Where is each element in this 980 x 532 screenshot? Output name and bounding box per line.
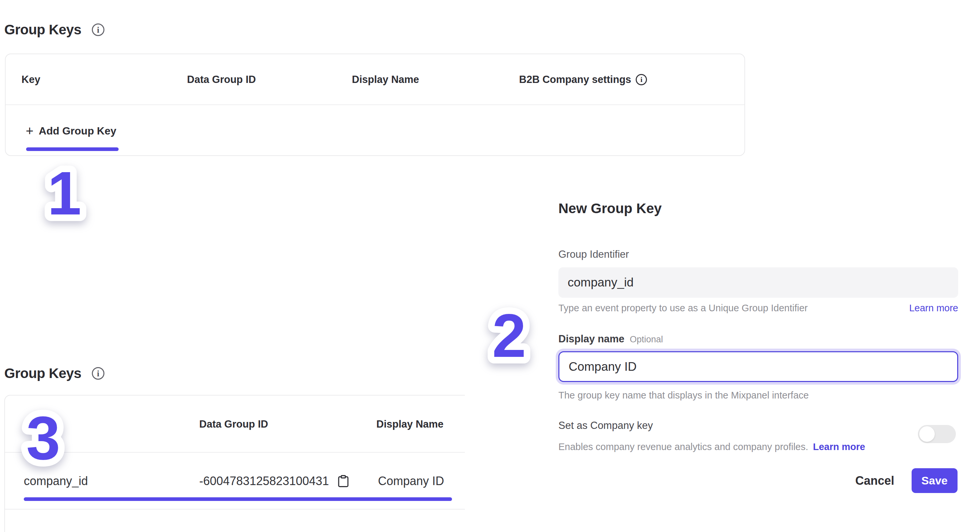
plus-icon: +: [26, 124, 33, 137]
step-3-badge: 3: [0, 397, 86, 476]
column-header-display-name: Display Name: [352, 54, 419, 105]
group-keys-heading: Group Keys: [4, 22, 81, 38]
group-identifier-helper: Type an event property to use as a Uniqu…: [558, 303, 808, 314]
column-header-display-name: Display Name: [376, 395, 444, 453]
save-button[interactable]: Save: [912, 468, 958, 493]
group-identifier-label: Group Identifier: [558, 248, 629, 260]
info-icon[interactable]: i: [636, 74, 647, 85]
company-key-helper: Enables company revenue analytics and co…: [558, 441, 808, 452]
highlight-underline-add-button: [26, 147, 119, 151]
company-key-label: Set as Company key: [558, 420, 653, 432]
column-header-data-group-id: Data Group ID: [187, 54, 256, 105]
column-header-b2b-settings: B2B Company settings i: [519, 54, 647, 105]
display-name-label: Display name: [558, 333, 624, 345]
toggle-knob: [919, 426, 935, 442]
column-header-data-group-id: Data Group ID: [199, 395, 268, 453]
svg-text:2: 2: [492, 302, 527, 370]
table-header-row: Key Data Group ID Display Name B2B Compa…: [6, 54, 745, 105]
info-icon[interactable]: i: [92, 24, 104, 36]
cell-display-name: Company ID: [378, 453, 444, 510]
display-name-helper: The group key name that displays in the …: [558, 390, 809, 401]
highlight-underline-row: [24, 497, 452, 501]
cell-data-group-id: -6004783125823100431: [199, 453, 329, 510]
svg-text:1: 1: [48, 159, 82, 227]
cancel-button[interactable]: Cancel: [856, 474, 894, 488]
optional-tag: Optional: [630, 334, 663, 345]
copy-icon: [336, 473, 350, 489]
info-icon[interactable]: i: [92, 367, 104, 380]
column-header-key: Key: [21, 54, 40, 105]
copy-button[interactable]: [336, 453, 350, 510]
info-icon-glyph: i: [97, 26, 99, 34]
svg-text:3: 3: [26, 404, 60, 472]
step-1-badge: 1: [21, 152, 107, 231]
company-key-toggle[interactable]: [918, 425, 956, 443]
add-group-key-label: Add Group Key: [39, 125, 116, 137]
step-2-badge: 2: [466, 294, 552, 373]
learn-more-link[interactable]: Learn more: [909, 303, 958, 314]
info-icon-glyph: i: [640, 76, 642, 83]
group-keys-table-card: Key Data Group ID Display Name B2B Compa…: [5, 54, 745, 156]
form-title: New Group Key: [558, 201, 662, 217]
group-keys-tutorial-page: { "colors": { "accent": "#5748E9", "link…: [0, 0, 980, 532]
display-name-input[interactable]: [558, 351, 958, 382]
group-identifier-input[interactable]: [558, 267, 958, 298]
learn-more-link[interactable]: Learn more: [813, 441, 865, 452]
b2b-settings-label: B2B Company settings: [519, 74, 631, 86]
info-icon-glyph: i: [97, 370, 99, 377]
group-keys-heading: Group Keys: [4, 365, 81, 381]
